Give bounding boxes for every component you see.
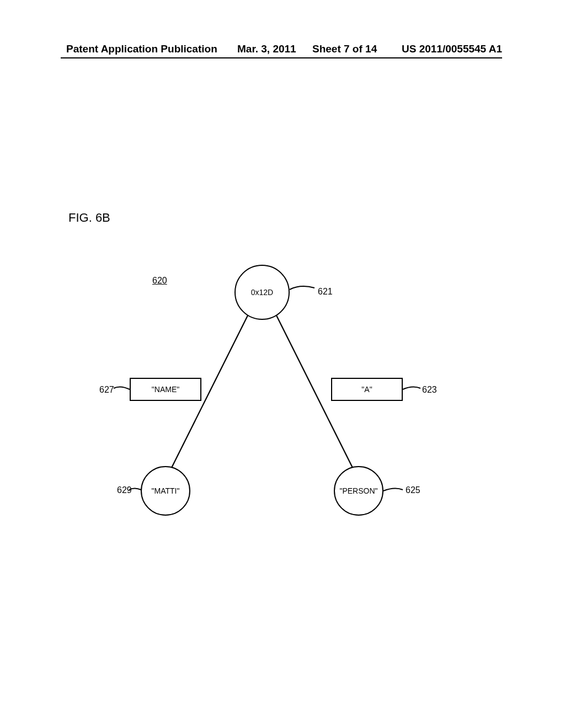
ref-625: 625 xyxy=(406,485,420,495)
node-a-text: "A" xyxy=(361,385,372,394)
node-person-text: "PERSON" xyxy=(339,486,377,495)
figure-label: FIG. 6B xyxy=(68,211,110,225)
leader-623 xyxy=(403,387,420,389)
header-sheet: Sheet 7 of 14 xyxy=(312,43,377,55)
node-root-text: 0x12D xyxy=(251,288,273,297)
node-root: 0x12D xyxy=(234,265,290,320)
node-name: "NAME" xyxy=(130,378,201,401)
header-rule xyxy=(61,57,502,58)
header-pubnum: US 2011/0055545 A1 xyxy=(402,43,502,55)
node-matti: "MATTI" xyxy=(141,466,190,516)
ref-620: 620 xyxy=(152,276,167,286)
node-matti-text: "MATTI" xyxy=(152,486,180,495)
ref-627: 627 xyxy=(99,385,114,395)
ref-621: 621 xyxy=(318,287,333,297)
node-person: "PERSON" xyxy=(334,466,383,516)
page: Patent Application Publication Mar. 3, 2… xyxy=(0,0,565,728)
ref-629: 629 xyxy=(117,485,132,495)
header-date: Mar. 3, 2011 xyxy=(237,43,296,55)
leader-627 xyxy=(114,387,130,389)
header-publication: Patent Application Publication xyxy=(66,43,217,55)
ref-623: 623 xyxy=(422,385,437,395)
leader-625 xyxy=(383,488,403,491)
diagram: 620 0x12D 621 "NAME" 627 "A" 623 "MATTI"… xyxy=(55,243,508,529)
leader-621 xyxy=(290,286,315,290)
node-a: "A" xyxy=(331,378,403,401)
node-name-text: "NAME" xyxy=(152,385,179,394)
